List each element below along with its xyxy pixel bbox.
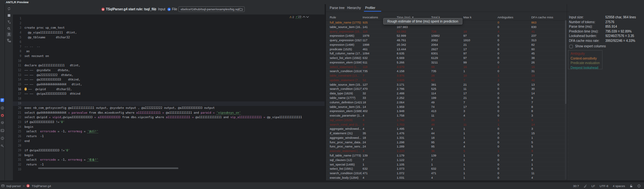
line-number[interactable]: 24 bbox=[13, 125, 24, 129]
line-number[interactable]: 9 bbox=[13, 54, 24, 59]
indent-setting[interactable]: 4 spaces bbox=[613, 184, 625, 188]
profiler-row[interactable]: table_name (1777)332.2521992109 bbox=[326, 96, 569, 100]
file-radio-label[interactable]: File bbox=[172, 4, 177, 14]
hierarchy-icon[interactable] bbox=[7, 38, 11, 43]
line-number[interactable]: 28 bbox=[13, 143, 24, 148]
profiler-row[interactable]: update_statement (7...523.605927242 bbox=[326, 78, 569, 82]
profiler-row[interactable]: search_condition (1516)4711.0724711011 bbox=[326, 171, 569, 175]
scroll-to-source-icon[interactable] bbox=[7, 20, 11, 24]
profiler-row[interactable]: search_cond_and (1...91.7034811114 bbox=[326, 122, 569, 127]
table-scrollbar-thumb[interactable] bbox=[565, 20, 566, 104]
line-number[interactable]: 30 bbox=[13, 153, 24, 158]
line-number[interactable]: 18 bbox=[13, 96, 24, 101]
line-number[interactable]: 17 bbox=[13, 91, 24, 96]
search-icon[interactable] bbox=[7, 26, 11, 31]
line-number[interactable]: 26 bbox=[13, 134, 24, 139]
tab-hierarchy[interactable]: Hierarchy bbox=[347, 4, 361, 12]
profiler-row[interactable]: table_source_item (16...141167.9830830 bbox=[326, 25, 569, 29]
expert-columns-checkbox[interactable] bbox=[569, 45, 573, 48]
profiler-row[interactable]: table_source_item (15...1273.17138121013 bbox=[326, 82, 569, 87]
window-icon[interactable] bbox=[1, 184, 5, 187]
profiler-row[interactable]: execute_body (1294)41.0314104 bbox=[326, 175, 569, 179]
encoding[interactable]: UTF-8 bbox=[600, 184, 608, 188]
input-radio[interactable] bbox=[153, 8, 156, 11]
profiler-row[interactable]: if_statement (31)351.476441015 bbox=[326, 131, 569, 136]
column-header[interactable]: Ambiguities bbox=[497, 15, 513, 19]
profiler-row[interactable]: data_type (1829)322.48811417014 bbox=[326, 91, 569, 96]
intention-bulb-icon[interactable] bbox=[24, 88, 27, 90]
inspections-widget[interactable]: 2 23 bbox=[289, 15, 308, 19]
line-number[interactable]: 23 bbox=[13, 120, 24, 125]
line-number[interactable]: 11 bbox=[13, 63, 24, 68]
profiler-row[interactable]: expression_elem (1590)6115.266321199026 bbox=[326, 60, 569, 65]
tab-profiler[interactable]: Profiler bbox=[365, 4, 375, 12]
line-number[interactable]: 13 bbox=[13, 73, 24, 78]
prev-problem-icon[interactable] bbox=[302, 16, 305, 19]
line-number[interactable]: 6 bbox=[13, 40, 24, 44]
line-number[interactable]: 25 bbox=[13, 129, 24, 134]
profiler-row[interactable]: column_definition (1421)182.06449707 bbox=[326, 100, 569, 105]
antlr-grammar-icon[interactable] bbox=[0, 113, 4, 117]
line-number[interactable]: 7 bbox=[13, 44, 24, 49]
line-number[interactable]: 12 bbox=[13, 68, 24, 73]
profiler-row[interactable]: query_expression (15...11663.08272818441 bbox=[326, 29, 569, 34]
line-number[interactable]: 4 bbox=[13, 30, 24, 35]
terminal-icon[interactable] bbox=[0, 128, 4, 132]
profiler-row[interactable]: search_condition (1519)7354.1587351031 bbox=[326, 69, 569, 73]
caret-position[interactable]: 30:7 bbox=[573, 184, 579, 188]
profiler-row[interactable]: func_proc_name_data...241.29895405 bbox=[326, 140, 569, 145]
profiler-row[interactable]: predicate (1525)46113.444292717080 bbox=[326, 47, 569, 52]
line-number[interactable]: 22 bbox=[13, 115, 24, 120]
profiler-row[interactable]: full_table_name (1773)1391.179139107 bbox=[326, 153, 569, 158]
line-number[interactable]: 14 bbox=[13, 77, 24, 82]
profiler-row[interactable]: expression (1495)197852.99910982970237 bbox=[326, 33, 569, 38]
stop-icon[interactable] bbox=[7, 13, 11, 18]
refresh-icon[interactable] bbox=[7, 6, 11, 11]
line-number[interactable]: 33 bbox=[13, 167, 24, 172]
code-editor[interactable]: 1234567891011121314151617181920212223242… bbox=[13, 14, 325, 180]
profiler-row[interactable]: execute_parameter (1...41.75811403 bbox=[326, 113, 569, 118]
profiler-row[interactable]: search_condition (1517)4702.78652511030 bbox=[326, 87, 569, 91]
column-header[interactable]: Invocations bbox=[363, 15, 378, 19]
file-radio[interactable] bbox=[167, 8, 171, 11]
line-number[interactable]: 27 bbox=[13, 139, 24, 144]
line-number[interactable]: 31 bbox=[13, 157, 24, 162]
profiler-row[interactable]: select_list_elem (1592)6326.669612997038 bbox=[326, 56, 569, 60]
breadcrumb-file[interactable]: TSqlParser.g4 bbox=[32, 184, 51, 188]
horizontal-scrollbar[interactable] bbox=[38, 167, 178, 169]
profiler-row[interactable]: select_statement (1...1184.6798816216 bbox=[326, 65, 569, 69]
problems-icon[interactable] bbox=[0, 136, 4, 140]
profiler-person-icon[interactable] bbox=[7, 32, 11, 37]
tab-parse-tree[interactable]: Parse tree bbox=[330, 4, 345, 12]
breadcrumb-project[interactable]: tsql-parser bbox=[6, 184, 21, 188]
profiler-row[interactable]: sql_union (1529)41.74226719 bbox=[326, 118, 569, 122]
profiler-row[interactable]: set_special (1485)11.1051101 bbox=[326, 162, 569, 167]
profiler-row[interactable]: query_expression (1527)11748.76120621910… bbox=[326, 38, 569, 43]
unlock-icon[interactable] bbox=[630, 184, 633, 188]
line-number[interactable]: 19 bbox=[13, 101, 24, 106]
input-radio-label[interactable]: Input bbox=[158, 4, 165, 14]
column-header[interactable]: DFA cache miss bbox=[531, 15, 553, 19]
line-number[interactable]: 15 bbox=[13, 82, 24, 87]
profiler-row[interactable]: func_proc_name_serv...241.28995405 bbox=[326, 144, 569, 149]
profiler-row[interactable]: select_list (1581)6321.073632106 bbox=[326, 166, 569, 171]
line-number[interactable]: 5 bbox=[13, 35, 24, 40]
antlr-preview-tool-icon[interactable] bbox=[0, 98, 4, 102]
profiler-row[interactable]: aggregate_windowed...181.33118101 bbox=[326, 136, 569, 140]
column-header[interactable]: Rule bbox=[330, 15, 362, 19]
profiler-row[interactable]: expression_elem (1589)4021.948413308 bbox=[326, 109, 569, 113]
key-icon[interactable] bbox=[0, 144, 4, 148]
line-number[interactable]: 16 bbox=[13, 87, 24, 92]
notifications-icon[interactable] bbox=[637, 184, 641, 188]
file-path-value[interactable]: ebelice/Github/tsql-parser/examples/big.… bbox=[179, 7, 239, 11]
layers-icon[interactable] bbox=[0, 121, 4, 125]
profiler-row[interactable]: aggregate_windowed...41.4954103 bbox=[326, 127, 569, 131]
column-header[interactable]: Max k bbox=[463, 15, 471, 19]
expert-columns-label[interactable]: Show expert columns bbox=[575, 44, 606, 49]
profiler-row[interactable]: table_source_item (15...141.959741708 bbox=[326, 105, 569, 109]
line-ending[interactable]: LF bbox=[592, 184, 595, 188]
line-number[interactable]: 20 bbox=[13, 106, 24, 110]
line-number[interactable]: 8 bbox=[13, 49, 24, 54]
file-path-field[interactable]: ebelice/Github/tsql-parser/examples/big.… bbox=[178, 6, 245, 12]
next-problem-icon[interactable] bbox=[306, 15, 308, 18]
